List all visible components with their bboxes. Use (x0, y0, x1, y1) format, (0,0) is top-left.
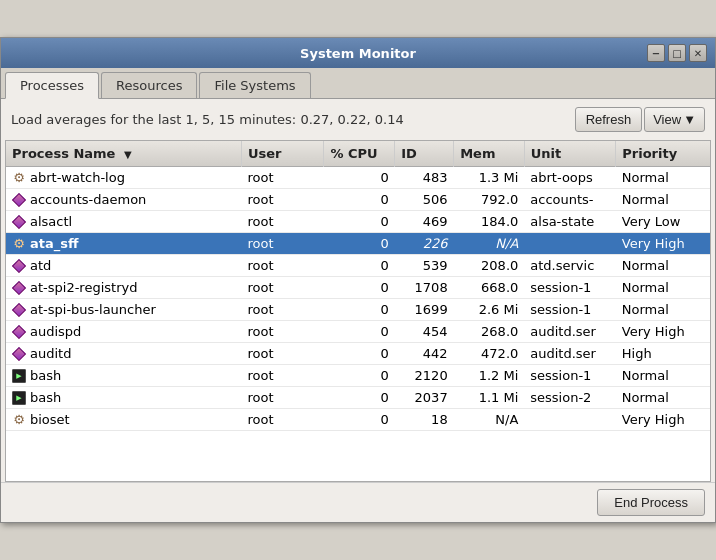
process-name-label: auditd (30, 346, 71, 361)
process-name-cell: ⚙ata_sff (6, 233, 242, 254)
process-mem: 208.0 (454, 255, 525, 277)
tab-bar: Processes Resources File Systems (1, 68, 715, 99)
process-mem: 472.0 (454, 343, 525, 365)
view-button[interactable]: View ▼ (644, 107, 705, 132)
col-header-priority[interactable]: Priority (616, 141, 710, 167)
terminal-icon: ▶ (12, 391, 26, 405)
end-process-button[interactable]: End Process (597, 489, 705, 516)
process-user: root (242, 409, 324, 431)
process-name-cell: ▶bash (6, 387, 242, 408)
process-priority: Very High (616, 321, 710, 343)
process-id: 454 (395, 321, 454, 343)
process-priority: Very High (616, 409, 710, 431)
gear-icon: ⚙ (12, 237, 26, 251)
process-unit: auditd.ser (524, 321, 615, 343)
tab-resources[interactable]: Resources (101, 72, 197, 98)
process-name-label: atd (30, 258, 51, 273)
process-mem: N/A (454, 409, 525, 431)
process-priority: Normal (616, 365, 710, 387)
process-name-cell: at-spi-bus-launcher (6, 299, 242, 320)
table-row[interactable]: at-spi2-registrydroot01708668.0session-1… (6, 277, 710, 299)
tab-processes[interactable]: Processes (5, 72, 99, 99)
process-unit: session-1 (524, 365, 615, 387)
tab-file-systems[interactable]: File Systems (199, 72, 310, 98)
process-cpu: 0 (324, 321, 395, 343)
gear-icon: ⚙ (12, 171, 26, 185)
title-bar: System Monitor − □ ✕ (1, 38, 715, 68)
diamond-icon (12, 259, 26, 273)
diamond-icon (12, 281, 26, 295)
diamond-icon (12, 303, 26, 317)
table-wrapper[interactable]: Process Name ▼ User % CPU ID (6, 141, 710, 481)
process-name-cell: at-spi2-registryd (6, 277, 242, 298)
process-name-label: bioset (30, 412, 70, 427)
process-cpu: 0 (324, 343, 395, 365)
process-user: root (242, 189, 324, 211)
process-unit: atd.servic (524, 255, 615, 277)
minimize-button[interactable]: − (647, 44, 665, 62)
process-priority: Very High (616, 233, 710, 255)
col-header-mem[interactable]: Mem (454, 141, 525, 167)
toolbar: Load averages for the last 1, 5, 15 minu… (1, 99, 715, 140)
process-cpu: 0 (324, 365, 395, 387)
table-row[interactable]: auditdroot0442472.0auditd.serHigh (6, 343, 710, 365)
table-row[interactable]: atdroot0539208.0atd.servicNormal (6, 255, 710, 277)
process-mem: 184.0 (454, 211, 525, 233)
process-name-cell: ⚙abrt-watch-log (6, 167, 242, 188)
process-user: root (242, 343, 324, 365)
process-cpu: 0 (324, 189, 395, 211)
process-name-label: at-spi2-registryd (30, 280, 137, 295)
refresh-button[interactable]: Refresh (575, 107, 643, 132)
process-user: root (242, 277, 324, 299)
process-mem: 668.0 (454, 277, 525, 299)
table-row[interactable]: at-spi-bus-launcherroot016992.6 Misessio… (6, 299, 710, 321)
process-unit: session-2 (524, 387, 615, 409)
process-user: root (242, 233, 324, 255)
col-header-unit[interactable]: Unit (524, 141, 615, 167)
process-unit: session-1 (524, 277, 615, 299)
process-mem: 792.0 (454, 189, 525, 211)
terminal-icon: ▶ (12, 369, 26, 383)
footer: End Process (1, 482, 715, 522)
process-cpu: 0 (324, 299, 395, 321)
table-row[interactable]: ▶bashroot021201.2 Misession-1Normal (6, 365, 710, 387)
table-row[interactable]: ⚙biosetroot018N/AVery High (6, 409, 710, 431)
col-header-id[interactable]: ID (395, 141, 454, 167)
col-header-name[interactable]: Process Name ▼ (6, 141, 242, 167)
process-user: root (242, 167, 324, 189)
process-id: 2037 (395, 387, 454, 409)
process-id: 442 (395, 343, 454, 365)
process-unit: auditd.ser (524, 343, 615, 365)
process-name-cell: alsactl (6, 211, 242, 232)
process-priority: High (616, 343, 710, 365)
sort-arrow-icon: ▼ (124, 149, 132, 160)
process-unit: abrt-oops (524, 167, 615, 189)
gear-icon: ⚙ (12, 413, 26, 427)
process-priority: Very Low (616, 211, 710, 233)
process-name-label: ata_sff (30, 236, 79, 251)
maximize-button[interactable]: □ (668, 44, 686, 62)
diamond-icon (12, 193, 26, 207)
table-row[interactable]: audispdroot0454268.0auditd.serVery High (6, 321, 710, 343)
close-button[interactable]: ✕ (689, 44, 707, 62)
table-row[interactable]: ⚙abrt-watch-logroot04831.3 Miabrt-oopsNo… (6, 167, 710, 189)
table-row[interactable]: ▶bashroot020371.1 Misession-2Normal (6, 387, 710, 409)
process-id: 1699 (395, 299, 454, 321)
process-user: root (242, 299, 324, 321)
main-window: System Monitor − □ ✕ Processes Resources… (0, 37, 716, 523)
table-row[interactable]: alsactlroot0469184.0alsa-stateVery Low (6, 211, 710, 233)
process-name-cell: ⚙bioset (6, 409, 242, 430)
col-header-cpu[interactable]: % CPU (324, 141, 395, 167)
process-name-label: bash (30, 390, 61, 405)
process-priority: Normal (616, 387, 710, 409)
table-row[interactable]: ⚙ata_sffroot0226N/AVery High (6, 233, 710, 255)
process-user: root (242, 255, 324, 277)
process-name-cell: atd (6, 255, 242, 276)
process-name-cell: accounts-daemon (6, 189, 242, 210)
process-unit: accounts- (524, 189, 615, 211)
table-row[interactable]: accounts-daemonroot0506792.0accounts-Nor… (6, 189, 710, 211)
process-id: 2120 (395, 365, 454, 387)
process-mem: 2.6 Mi (454, 299, 525, 321)
col-header-user[interactable]: User (242, 141, 324, 167)
process-id: 226 (395, 233, 454, 255)
